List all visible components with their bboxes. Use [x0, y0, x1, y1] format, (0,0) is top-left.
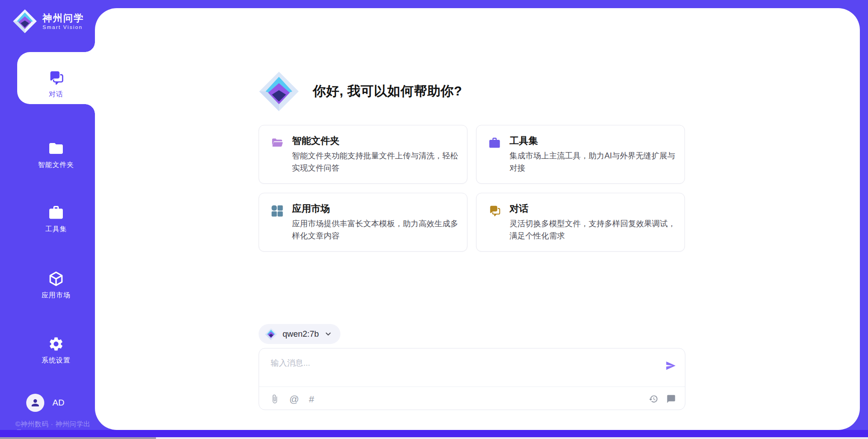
model-name: qwen2:7b [283, 329, 319, 339]
chat-icon [48, 70, 64, 86]
card-description: 应用市场提供丰富长文本模板，助力高效生成多样化文章内容 [292, 218, 458, 242]
bottom-accent-band [0, 430, 868, 437]
sidebar-item-settings[interactable]: 系统设置 [17, 329, 95, 371]
card-description: 智能文件夹功能支持批量文件上传与清洗，轻松实现文件问答 [292, 150, 458, 174]
chevron-down-icon [324, 330, 332, 338]
sidebar-item-label: 智能文件夹 [38, 161, 74, 169]
sidebar-item-chat[interactable]: 对话 [17, 63, 95, 105]
person-icon [30, 397, 41, 408]
mention-icon[interactable]: @ [289, 393, 299, 405]
greeting-text: 你好, 我可以如何帮助你? [313, 82, 462, 100]
sidebar-item-toolbox[interactable]: 工具集 [17, 198, 95, 240]
sidebar-item-app-market[interactable]: 应用市场 [17, 264, 95, 306]
gem-diamond-icon [259, 71, 299, 112]
folder-icon [48, 140, 64, 157]
app-logo: 神州问学 Smart Vision [13, 9, 84, 33]
user-name: AD [52, 398, 64, 408]
toolbox-icon [488, 137, 501, 149]
composer-toolbar: @ # [270, 392, 676, 406]
active-nav-fillet-top [85, 42, 95, 52]
avatar [26, 394, 44, 412]
card-title: 应用市场 [292, 202, 330, 215]
toolbox-icon [48, 205, 64, 221]
greeting: 你好, 我可以如何帮助你? [259, 71, 462, 112]
card-toolbox[interactable]: 工具集 集成市场上主流工具，助力AI与外界无缝扩展与对接 [476, 125, 685, 184]
gear-icon [48, 336, 64, 352]
folder-open-icon [271, 137, 283, 149]
grid-icon [271, 205, 283, 217]
gem-diamond-icon [265, 328, 277, 340]
model-selector[interactable]: qwen2:7b [259, 324, 340, 344]
horizontal-scrollbar[interactable] [0, 437, 868, 439]
sidebar-item-smart-folder[interactable]: 智能文件夹 [17, 134, 95, 176]
card-smart-folder[interactable]: 智能文件夹 智能文件夹功能支持批量文件上传与清洗，轻松实现文件问答 [259, 125, 467, 184]
card-title: 工具集 [509, 134, 538, 147]
scrollbar-thumb[interactable] [0, 437, 156, 439]
feature-cards: 智能文件夹 智能文件夹功能支持批量文件上传与清洗，轻松实现文件问答 工具集 集成… [259, 125, 685, 252]
active-nav-fillet-bottom [85, 104, 95, 114]
gem-diamond-icon [13, 9, 37, 33]
card-description: 灵活切换多模型文件，支持多样回复效果调试，满足个性化需求 [509, 218, 676, 242]
send-button[interactable] [664, 359, 678, 373]
chat-icon [488, 205, 501, 217]
main-panel: 你好, 我可以如何帮助你? 智能文件夹 智能文件夹功能支持批量文件上传与清洗，轻… [95, 8, 860, 430]
card-chat[interactable]: 对话 灵活切换多模型文件，支持多样回复效果调试，满足个性化需求 [476, 193, 685, 252]
card-title: 对话 [509, 202, 528, 215]
history-icon[interactable] [649, 393, 658, 405]
sidebar-item-label: 工具集 [45, 225, 67, 234]
message-icon[interactable] [666, 393, 676, 405]
user-profile[interactable]: AD [26, 394, 64, 412]
send-icon [665, 360, 677, 372]
composer-divider [259, 387, 685, 387]
sidebar-item-label: 应用市场 [42, 291, 71, 300]
topic-icon[interactable]: # [309, 393, 314, 405]
message-composer: @ # [259, 348, 685, 410]
app-subtitle: Smart Vision [42, 24, 84, 30]
app-name: 神州问学 [42, 13, 84, 24]
attach-icon[interactable] [270, 393, 279, 405]
cube-icon [48, 271, 64, 287]
sidebar-item-label: 对话 [49, 90, 63, 99]
card-title: 智能文件夹 [292, 134, 340, 147]
card-app-market[interactable]: 应用市场 应用市场提供丰富长文本模板，助力高效生成多样化文章内容 [259, 193, 467, 252]
card-description: 集成市场上主流工具，助力AI与外界无缝扩展与对接 [509, 150, 676, 174]
message-input[interactable] [270, 357, 660, 382]
sidebar-item-label: 系统设置 [42, 356, 71, 365]
sidebar: 神州问学 Smart Vision 对话 智能文件夹 工具集 应用市场 [0, 0, 95, 439]
